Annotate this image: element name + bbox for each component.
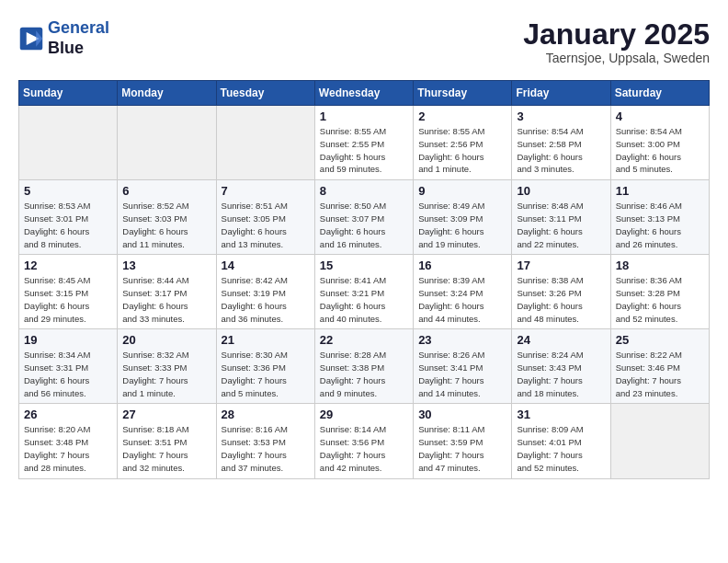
day-number: 30 — [418, 408, 506, 421]
calendar-cell: 23Sunrise: 8:26 AM Sunset: 3:41 PM Dayli… — [414, 329, 512, 404]
day-number: 15 — [320, 259, 408, 272]
day-detail: Sunrise: 8:54 AM Sunset: 2:58 PM Dayligh… — [517, 125, 605, 176]
day-number: 24 — [517, 333, 605, 347]
calendar-cell: 6Sunrise: 8:52 AM Sunset: 3:03 PM Daylig… — [118, 180, 216, 255]
day-number: 2 — [418, 109, 506, 123]
calendar-cell: 2Sunrise: 8:55 AM Sunset: 2:56 PM Daylig… — [414, 106, 512, 180]
day-number: 1 — [320, 109, 408, 123]
day-detail: Sunrise: 8:51 AM Sunset: 3:05 PM Dayligh… — [222, 200, 310, 250]
day-number: 29 — [320, 408, 408, 421]
day-number: 23 — [418, 333, 506, 347]
calendar-cell: 25Sunrise: 8:22 AM Sunset: 3:46 PM Dayli… — [610, 329, 709, 404]
day-detail: Sunrise: 8:49 AM Sunset: 3:09 PM Dayligh… — [418, 200, 506, 250]
day-detail: Sunrise: 8:38 AM Sunset: 3:26 PM Dayligh… — [517, 274, 605, 325]
day-header: Thursday — [414, 81, 512, 106]
day-header: Saturday — [610, 81, 709, 106]
calendar-week-row: 5Sunrise: 8:53 AM Sunset: 3:01 PM Daylig… — [19, 180, 710, 255]
calendar-cell: 29Sunrise: 8:14 AM Sunset: 3:56 PM Dayli… — [314, 404, 413, 478]
day-number: 19 — [24, 333, 112, 347]
day-detail: Sunrise: 8:26 AM Sunset: 3:41 PM Dayligh… — [418, 349, 506, 399]
day-number: 7 — [222, 184, 310, 198]
logo-text: General Blue — [48, 18, 109, 58]
calendar-table: SundayMondayTuesdayWednesdayThursdayFrid… — [18, 80, 710, 478]
calendar-cell: 14Sunrise: 8:42 AM Sunset: 3:19 PM Dayli… — [216, 255, 314, 329]
day-number: 3 — [517, 109, 605, 123]
day-number: 8 — [320, 184, 408, 198]
day-detail: Sunrise: 8:14 AM Sunset: 3:56 PM Dayligh… — [320, 423, 408, 474]
day-header: Sunday — [19, 81, 118, 106]
calendar-subtitle: Taernsjoe, Uppsala, Sweden — [523, 51, 710, 65]
calendar-cell: 13Sunrise: 8:44 AM Sunset: 3:17 PM Dayli… — [118, 255, 216, 329]
calendar-cell: 15Sunrise: 8:41 AM Sunset: 3:21 PM Dayli… — [314, 255, 413, 329]
calendar-cell: 8Sunrise: 8:50 AM Sunset: 3:07 PM Daylig… — [314, 180, 413, 255]
day-number: 12 — [24, 259, 112, 272]
calendar-cell — [216, 106, 314, 180]
day-header: Tuesday — [216, 81, 314, 106]
day-number: 22 — [320, 333, 408, 347]
calendar-cell: 24Sunrise: 8:24 AM Sunset: 3:43 PM Dayli… — [512, 329, 610, 404]
day-detail: Sunrise: 8:50 AM Sunset: 3:07 PM Dayligh… — [320, 200, 408, 250]
day-detail: Sunrise: 8:52 AM Sunset: 3:03 PM Dayligh… — [122, 200, 210, 250]
calendar-cell — [610, 404, 709, 478]
calendar-cell: 9Sunrise: 8:49 AM Sunset: 3:09 PM Daylig… — [414, 180, 512, 255]
calendar-cell: 7Sunrise: 8:51 AM Sunset: 3:05 PM Daylig… — [216, 180, 314, 255]
calendar-cell: 28Sunrise: 8:16 AM Sunset: 3:53 PM Dayli… — [216, 404, 314, 478]
calendar-cell: 31Sunrise: 8:09 AM Sunset: 4:01 PM Dayli… — [512, 404, 610, 478]
calendar-cell: 18Sunrise: 8:36 AM Sunset: 3:28 PM Dayli… — [610, 255, 709, 329]
logo-icon — [18, 26, 44, 52]
day-detail: Sunrise: 8:39 AM Sunset: 3:24 PM Dayligh… — [418, 274, 506, 325]
day-detail: Sunrise: 8:48 AM Sunset: 3:11 PM Dayligh… — [517, 200, 605, 250]
calendar-cell: 10Sunrise: 8:48 AM Sunset: 3:11 PM Dayli… — [512, 180, 610, 255]
page-header: General Blue January 2025 Taernsjoe, Upp… — [18, 18, 710, 65]
calendar-title: January 2025 — [523, 18, 710, 51]
day-detail: Sunrise: 8:54 AM Sunset: 3:00 PM Dayligh… — [616, 125, 704, 176]
day-number: 17 — [517, 259, 605, 272]
day-number: 4 — [616, 109, 704, 123]
calendar-cell: 30Sunrise: 8:11 AM Sunset: 3:59 PM Dayli… — [414, 404, 512, 478]
day-number: 14 — [222, 259, 310, 272]
day-detail: Sunrise: 8:18 AM Sunset: 3:51 PM Dayligh… — [122, 423, 210, 474]
day-detail: Sunrise: 8:28 AM Sunset: 3:38 PM Dayligh… — [320, 349, 408, 399]
day-number: 10 — [517, 184, 605, 198]
day-detail: Sunrise: 8:34 AM Sunset: 3:31 PM Dayligh… — [24, 349, 112, 399]
calendar-cell: 11Sunrise: 8:46 AM Sunset: 3:13 PM Dayli… — [610, 180, 709, 255]
day-number: 28 — [222, 408, 310, 421]
calendar-cell: 22Sunrise: 8:28 AM Sunset: 3:38 PM Dayli… — [314, 329, 413, 404]
day-detail: Sunrise: 8:44 AM Sunset: 3:17 PM Dayligh… — [122, 274, 210, 325]
calendar-cell: 17Sunrise: 8:38 AM Sunset: 3:26 PM Dayli… — [512, 255, 610, 329]
day-number: 13 — [122, 259, 210, 272]
calendar-cell: 1Sunrise: 8:55 AM Sunset: 2:55 PM Daylig… — [314, 106, 413, 180]
calendar-cell — [118, 106, 216, 180]
day-number: 6 — [122, 184, 210, 198]
day-detail: Sunrise: 8:22 AM Sunset: 3:46 PM Dayligh… — [616, 349, 704, 399]
calendar-cell: 19Sunrise: 8:34 AM Sunset: 3:31 PM Dayli… — [19, 329, 118, 404]
calendar-cell: 21Sunrise: 8:30 AM Sunset: 3:36 PM Dayli… — [216, 329, 314, 404]
calendar-cell: 3Sunrise: 8:54 AM Sunset: 2:58 PM Daylig… — [512, 106, 610, 180]
calendar-cell: 4Sunrise: 8:54 AM Sunset: 3:00 PM Daylig… — [610, 106, 709, 180]
calendar-cell: 16Sunrise: 8:39 AM Sunset: 3:24 PM Dayli… — [414, 255, 512, 329]
day-number: 18 — [616, 259, 704, 272]
calendar-week-row: 12Sunrise: 8:45 AM Sunset: 3:15 PM Dayli… — [19, 255, 710, 329]
day-detail: Sunrise: 8:36 AM Sunset: 3:28 PM Dayligh… — [616, 274, 704, 325]
day-number: 11 — [616, 184, 704, 198]
day-detail: Sunrise: 8:09 AM Sunset: 4:01 PM Dayligh… — [517, 423, 605, 474]
day-detail: Sunrise: 8:46 AM Sunset: 3:13 PM Dayligh… — [616, 200, 704, 250]
day-detail: Sunrise: 8:45 AM Sunset: 3:15 PM Dayligh… — [24, 274, 112, 325]
day-detail: Sunrise: 8:20 AM Sunset: 3:48 PM Dayligh… — [24, 423, 112, 474]
day-number: 20 — [122, 333, 210, 347]
calendar-cell: 20Sunrise: 8:32 AM Sunset: 3:33 PM Dayli… — [118, 329, 216, 404]
day-detail: Sunrise: 8:53 AM Sunset: 3:01 PM Dayligh… — [24, 200, 112, 250]
calendar-cell — [19, 106, 118, 180]
day-detail: Sunrise: 8:42 AM Sunset: 3:19 PM Dayligh… — [222, 274, 310, 325]
calendar-header-row: SundayMondayTuesdayWednesdayThursdayFrid… — [19, 81, 710, 106]
day-number: 21 — [222, 333, 310, 347]
calendar-cell: 5Sunrise: 8:53 AM Sunset: 3:01 PM Daylig… — [19, 180, 118, 255]
day-detail: Sunrise: 8:11 AM Sunset: 3:59 PM Dayligh… — [418, 423, 506, 474]
day-detail: Sunrise: 8:16 AM Sunset: 3:53 PM Dayligh… — [222, 423, 310, 474]
day-detail: Sunrise: 8:41 AM Sunset: 3:21 PM Dayligh… — [320, 274, 408, 325]
day-header: Wednesday — [314, 81, 413, 106]
calendar-cell: 27Sunrise: 8:18 AM Sunset: 3:51 PM Dayli… — [118, 404, 216, 478]
day-number: 26 — [24, 408, 112, 421]
title-block: January 2025 Taernsjoe, Uppsala, Sweden — [523, 18, 710, 65]
calendar-week-row: 1Sunrise: 8:55 AM Sunset: 2:55 PM Daylig… — [19, 106, 710, 180]
